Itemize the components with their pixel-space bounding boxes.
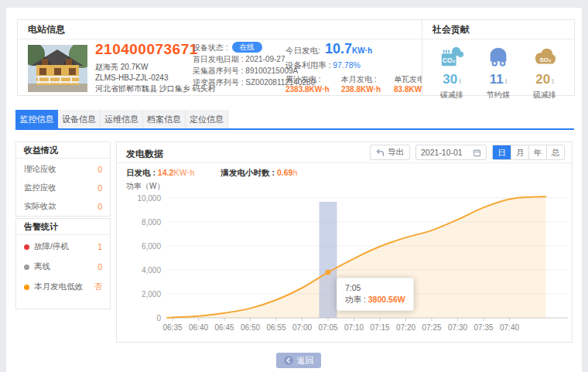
- social-panel-title: 社会贡献: [422, 20, 574, 39]
- total-gen-label: 累计发电 :: [285, 74, 341, 84]
- inverter-sn-label: 逆变器序列号 :: [193, 78, 244, 87]
- co2-value: 30: [443, 72, 457, 87]
- chart-toolbar: 导出 2021-10-01 日 月 年 总: [370, 145, 565, 160]
- x-tick-label: 06:40: [189, 323, 208, 332]
- month-gen-value: 238.8KW·h: [341, 84, 394, 95]
- tooltip-label: 功率 :: [345, 295, 366, 304]
- income-panel: 收益情况 理论应收0 监控应收0 实际收款0: [15, 142, 111, 217]
- x-tick-label: 07:30: [448, 323, 467, 332]
- full-hours-unit: h: [292, 168, 297, 177]
- social-contribution-panel: 社会贡献 CO₂ 30t 碳减排: [422, 19, 575, 96]
- alarm-value: 0: [97, 262, 102, 271]
- dashboard-screen: 电站信息: [0, 0, 588, 372]
- alarm-value: 1: [97, 242, 102, 251]
- x-tick-label: 06:50: [241, 323, 260, 332]
- full-hours-value: 0.69: [277, 168, 292, 177]
- fault-dot-icon: [24, 244, 29, 250]
- x-tick-label: 07:35: [473, 323, 493, 332]
- low-efficiency-dot-icon: [24, 285, 29, 290]
- tab-device[interactable]: 设备信息: [58, 110, 101, 128]
- y-tick-label: 0: [156, 314, 161, 323]
- alarm-panel-title: 告警统计: [16, 219, 110, 235]
- alarm-label: 离线: [34, 261, 97, 272]
- station-photo: [28, 45, 87, 92]
- full-hours-label: 满发电小时数 :: [221, 168, 275, 177]
- tab-location[interactable]: 定位信息: [186, 110, 228, 128]
- info-tabs: 监控信息 设备信息 运维信息 档案信息 定位信息: [15, 110, 574, 130]
- range-month-button[interactable]: 月: [511, 145, 528, 159]
- income-row-actual: 实际收款0: [24, 197, 102, 216]
- chart-summary-line: 日发电 : 14.2KW·h 满发电小时数 : 0.69h: [126, 168, 298, 179]
- month-gen-stat: 本月发电 : 238.8KW·h: [341, 74, 394, 95]
- alarm-label: 本月发电低效: [34, 282, 94, 292]
- y-tick-label: 8,000: [142, 218, 161, 227]
- tooltip-time: 7:05: [345, 282, 405, 294]
- total-gen-value: 2383.8KW·h: [285, 84, 341, 95]
- back-button[interactable]: 返回: [276, 353, 321, 368]
- daily-gen-label: 日发电 :: [126, 168, 156, 177]
- month-gen-label: 本月发电 :: [341, 74, 394, 84]
- power-area-chart[interactable]: 02,0004,0006,0008,00010,00006:3506:4006:…: [117, 190, 573, 333]
- coal-saved-item: 11t 节约煤: [477, 44, 520, 101]
- income-row-monitored: 监控应收0: [24, 179, 102, 197]
- coal-cart-icon: [486, 44, 511, 69]
- first-gen-date-label: 首日发电日期 :: [193, 55, 244, 63]
- date-picker-input[interactable]: 2021-10-01: [415, 145, 487, 160]
- chart-panel-title: 发电数据: [126, 148, 163, 161]
- export-button-label: 导出: [388, 147, 404, 158]
- y-tick-label: 2,000: [142, 290, 161, 299]
- y-tick-label: 4,000: [142, 266, 161, 275]
- first-gen-date-value: 2021-09-27: [245, 55, 285, 63]
- device-status-label: 设备状态 :: [193, 43, 228, 52]
- income-label: 监控应收: [24, 183, 56, 193]
- so2-unit: t: [552, 77, 554, 85]
- utilization-value: 97.78%: [333, 60, 361, 70]
- alarm-row-offline: 离线0: [24, 257, 102, 277]
- income-panel-title: 收益情况: [16, 142, 110, 159]
- co2-reduction-item: CO₂ 30t 碳减排: [430, 44, 473, 101]
- so2-reduction-item: SO₂ 20t 硫减排: [523, 44, 566, 101]
- export-button[interactable]: 导出: [370, 145, 410, 160]
- alarm-label: 故障/停机: [34, 241, 97, 252]
- so2-icon: SO₂: [532, 44, 557, 69]
- range-total-button[interactable]: 总: [546, 145, 564, 159]
- range-day-button[interactable]: 日: [493, 145, 511, 159]
- tab-archive[interactable]: 档案信息: [143, 110, 186, 128]
- x-tick-label: 07:00: [292, 323, 312, 332]
- utilization-label: 设备利用率 :: [285, 60, 330, 70]
- income-label: 实际收款: [24, 201, 56, 212]
- y-tick-label: 10,000: [137, 194, 161, 203]
- range-toggle-group: 日 月 年 总: [492, 145, 565, 160]
- undo-arrow-icon: [376, 148, 385, 157]
- tab-operations[interactable]: 运维信息: [101, 110, 143, 128]
- tab-underline: [15, 128, 574, 130]
- so2-value: 20: [535, 72, 550, 87]
- hover-highlight-band: [320, 202, 337, 318]
- offline-dot-icon: [24, 264, 29, 270]
- income-value: 0: [97, 165, 102, 174]
- chart-panel-header: 发电数据 导出 2021-10-01: [117, 142, 572, 163]
- alarm-value: 否: [94, 282, 103, 292]
- alarm-row-fault: 故障/停机1: [24, 237, 102, 257]
- calendar-icon: [473, 148, 481, 157]
- so2-label: 硫减排: [523, 90, 566, 101]
- svg-text:SO₂: SO₂: [539, 56, 552, 63]
- house-illustration: [28, 45, 87, 92]
- today-gen-label: 今日发电:: [285, 46, 320, 55]
- x-tick-label: 07:05: [318, 323, 337, 332]
- range-year-button[interactable]: 年: [528, 145, 546, 159]
- x-tick-label: 07:20: [396, 323, 415, 332]
- highlight-data-point: [326, 270, 331, 275]
- chevron-left-icon: [284, 356, 293, 365]
- today-gen-unit: KW·h: [352, 46, 372, 55]
- total-gen-stat: 累计发电 : 2383.8KW·h: [285, 74, 341, 95]
- y-tick-label: 6,000: [142, 242, 161, 251]
- coal-label: 节约煤: [477, 90, 520, 101]
- co2-label: 碳减排: [430, 90, 473, 101]
- date-value: 2021-10-01: [421, 148, 463, 157]
- x-tick-label: 07:40: [500, 323, 519, 332]
- income-label: 理论应收: [24, 164, 56, 175]
- x-tick-label: 06:35: [162, 323, 182, 332]
- tab-monitoring[interactable]: 监控信息: [15, 110, 58, 128]
- collector-sn-label: 采集器序列号 :: [193, 67, 244, 75]
